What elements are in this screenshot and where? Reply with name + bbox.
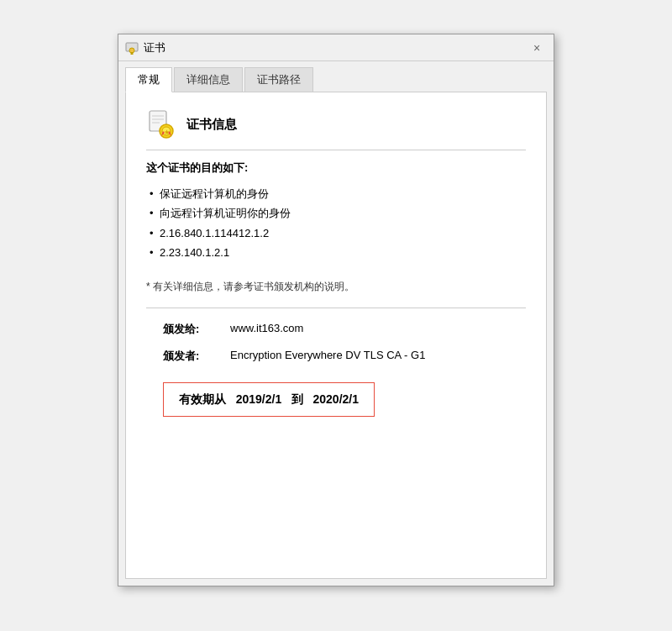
issued-by-label: 颁发者: bbox=[146, 349, 213, 364]
cert-header-title: 证书信息 bbox=[186, 117, 237, 133]
issued-to-value: www.it163.com bbox=[213, 322, 303, 334]
validity-to: 2020/2/1 bbox=[313, 392, 360, 406]
list-item: 2.16.840.1.114412.1.2 bbox=[153, 223, 526, 243]
purpose-title: 这个证书的目的如下: bbox=[146, 160, 526, 176]
validity-from: 2019/2/1 bbox=[236, 392, 282, 406]
tab-general[interactable]: 常规 bbox=[125, 67, 172, 92]
cert-header: ★ 证书信息 bbox=[146, 109, 526, 150]
window-title: 证书 bbox=[144, 40, 165, 55]
validity-container: 有效期从 2019/2/1 到 2020/2/1 bbox=[146, 376, 526, 417]
validity-label: 有效期从 bbox=[179, 392, 226, 406]
issued-by-row: 颁发者: Encryption Everywhere DV TLS CA - G… bbox=[146, 349, 526, 364]
list-item: 向远程计算机证明你的身份 bbox=[153, 203, 526, 223]
purpose-list: 保证远程计算机的身份 向远程计算机证明你的身份 2.16.840.1.11441… bbox=[146, 184, 526, 263]
note-text: * 有关详细信息，请参考证书颁发机构的说明。 bbox=[146, 276, 526, 294]
svg-rect-2 bbox=[131, 52, 133, 55]
cert-title-icon bbox=[125, 41, 139, 55]
svg-text:★: ★ bbox=[164, 129, 170, 136]
list-item: 保证远程计算机的身份 bbox=[153, 184, 526, 203]
title-bar: 证书 × bbox=[118, 34, 554, 61]
tab-path[interactable]: 证书路径 bbox=[244, 67, 313, 92]
issued-by-value: Encryption Everywhere DV TLS CA - G1 bbox=[213, 349, 425, 361]
certificate-icon: ★ bbox=[146, 109, 176, 139]
validity-box: 有效期从 2019/2/1 到 2020/2/1 bbox=[163, 382, 375, 417]
tab-bar: 常规 详细信息 证书路径 bbox=[118, 61, 554, 92]
title-bar-left: 证书 bbox=[125, 40, 165, 55]
svg-rect-3 bbox=[132, 52, 134, 55]
divider bbox=[146, 308, 526, 308]
dialog-content: ★ 证书信息 这个证书的目的如下: 保证远程计算机的身份 向远程计算机证明你的身… bbox=[125, 92, 547, 579]
close-button[interactable]: × bbox=[527, 38, 547, 58]
certificate-dialog: 证书 × 常规 详细信息 证书路径 bbox=[118, 34, 554, 586]
issued-to-label: 颁发给: bbox=[146, 322, 213, 337]
validity-text: 有效期从 2019/2/1 到 2020/2/1 bbox=[179, 392, 359, 406]
issued-to-row: 颁发给: www.it163.com bbox=[146, 322, 526, 337]
validity-to-word: 到 bbox=[291, 392, 303, 406]
tab-detail[interactable]: 详细信息 bbox=[174, 67, 243, 92]
list-item: 2.23.140.1.2.1 bbox=[153, 243, 526, 262]
